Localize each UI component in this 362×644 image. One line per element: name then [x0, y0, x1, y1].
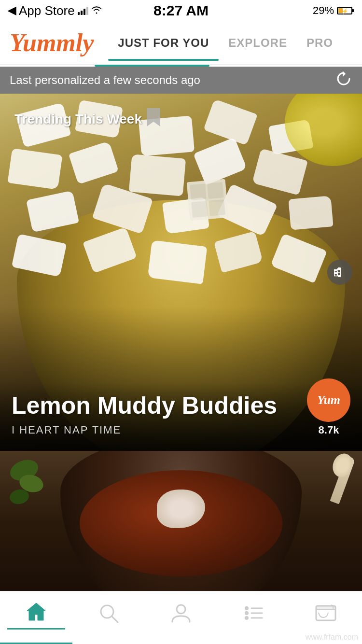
svg-marker-5	[147, 108, 160, 126]
svg-text:⊞: ⊞	[333, 266, 342, 279]
back-arrow-icon: ◀	[8, 4, 16, 17]
svg-point-15	[177, 605, 185, 614]
app-logo[interactable]: Yummly	[10, 29, 94, 56]
trending-label: Trending This Week	[14, 112, 142, 127]
recipe-source: I HEART NAP TIME	[12, 424, 350, 436]
yum-circle[interactable]: Yum	[307, 378, 350, 422]
home-icon	[25, 601, 47, 626]
battery-icon: ⚡	[337, 6, 354, 15]
yum-button[interactable]: Yum 8.7k	[307, 378, 350, 436]
recipes-icon	[315, 603, 337, 628]
refresh-icon[interactable]	[335, 70, 352, 91]
logo-container: Yummly	[10, 28, 94, 57]
app-header: Yummly JUST FOR YOU EXPLORE PRO	[0, 21, 362, 65]
status-bar: ◀ App Store 8:27 AM 29% ⚡	[0, 0, 362, 21]
nav-tabs: JUST FOR YOU EXPLORE PRO	[108, 30, 352, 55]
watermark: www.frfam.com	[306, 633, 358, 642]
status-right: 29% ⚡	[313, 4, 354, 17]
recipe-card-2[interactable]	[0, 451, 362, 591]
battery-percent: 29%	[313, 4, 334, 17]
svg-line-14	[112, 616, 118, 622]
recipe-image-1: Trending This Week ⊞	[0, 94, 362, 451]
nav-item-search[interactable]	[80, 602, 138, 629]
profile-icon	[170, 602, 192, 629]
svg-point-16	[245, 606, 249, 610]
bookmark-icon	[147, 108, 160, 130]
feed-icon	[243, 602, 264, 629]
nav-item-profile[interactable]	[152, 602, 210, 629]
recipe-image-2	[0, 451, 362, 591]
personalization-text: Last personalized a few seconds ago	[10, 73, 200, 87]
share-button[interactable]: ⊞	[327, 260, 352, 285]
search-icon	[98, 602, 119, 629]
svg-point-20	[245, 616, 249, 620]
tab-just-for-you[interactable]: JUST FOR YOU	[108, 30, 219, 55]
nav-item-home[interactable]	[7, 601, 65, 630]
signal-bars	[78, 6, 88, 15]
personalization-bar: Last personalized a few seconds ago	[0, 67, 362, 94]
status-left: ◀ App Store	[8, 3, 102, 18]
trending-badge: Trending This Week	[14, 108, 160, 130]
recipe-title: Lemon Muddy Buddies	[12, 392, 350, 419]
svg-text:⚡: ⚡	[342, 8, 348, 14]
svg-rect-1	[352, 9, 354, 12]
tab-pro[interactable]: PRO	[297, 30, 343, 55]
nav-item-feed[interactable]	[224, 602, 282, 629]
wifi-icon	[91, 5, 102, 16]
carrier-label: App Store	[19, 3, 75, 18]
main-content: Trending This Week ⊞	[0, 94, 362, 593]
recipe-card-1[interactable]: Trending This Week ⊞	[0, 94, 362, 451]
time-display: 8:27 AM	[153, 2, 209, 19]
tab-explore[interactable]: EXPLORE	[219, 30, 297, 55]
svg-marker-4	[343, 71, 346, 77]
svg-point-18	[245, 611, 249, 615]
nav-item-recipes[interactable]	[297, 603, 355, 628]
yum-count: 8.7k	[319, 424, 339, 436]
